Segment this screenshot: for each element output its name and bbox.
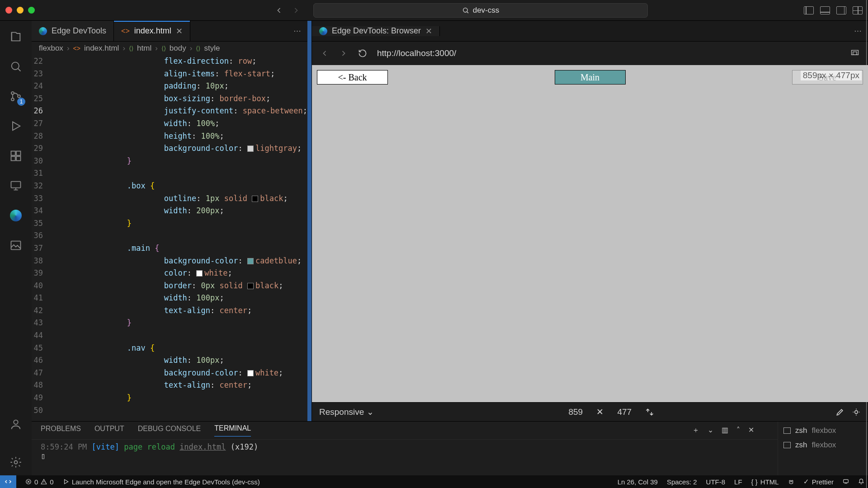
terminal-count: (x192) <box>231 442 258 451</box>
terminal-output[interactable]: 8:59:24 PM [vite] page reload index.html… <box>32 440 778 475</box>
tab-label: index.html <box>134 26 171 36</box>
language-mode[interactable]: { }HTML <box>751 478 779 486</box>
edge-devtools-icon[interactable] <box>9 209 23 222</box>
close-tab-icon[interactable]: ✕ <box>176 26 183 36</box>
rotate-icon[interactable] <box>645 408 654 417</box>
launch-task-status[interactable]: Launch Microsoft Edge and open the Edge … <box>63 478 260 486</box>
search-icon <box>462 7 469 14</box>
edit-media-icon[interactable] <box>835 408 844 417</box>
terminal-instance[interactable]: zsh flexbox <box>778 425 868 436</box>
svg-rect-5 <box>11 151 15 155</box>
accounts-icon[interactable] <box>9 418 23 431</box>
toggle-primary-sidebar-icon[interactable] <box>804 6 814 14</box>
svg-rect-10 <box>11 241 21 250</box>
remote-explorer-icon[interactable] <box>9 179 23 192</box>
extensions-icon[interactable] <box>9 149 23 163</box>
terminal-instance[interactable]: zsh flexbox <box>778 440 868 450</box>
screencast-icon[interactable] <box>850 49 860 58</box>
svg-rect-19 <box>844 479 849 483</box>
panel-tab-output[interactable]: OUTPUT <box>94 425 124 436</box>
editor-group-splitter[interactable]: ⇔ <box>307 21 311 421</box>
eol-status[interactable]: LF <box>734 478 742 486</box>
close-tab-icon[interactable]: ✕ <box>425 26 432 36</box>
breadcrumb-item[interactable]: index.html <box>84 44 119 53</box>
command-center[interactable]: dev-css <box>313 3 648 18</box>
indentation-status[interactable]: Spaces: 2 <box>667 478 697 486</box>
breadcrumb-separator: › <box>190 44 193 53</box>
customize-layout-icon[interactable] <box>853 6 863 14</box>
edge-icon <box>39 27 47 35</box>
tab-label: Edge DevTools <box>52 26 106 36</box>
history-nav <box>274 6 301 15</box>
split-terminal-icon[interactable]: ▥ <box>722 426 728 435</box>
more-actions-icon[interactable]: ⋯ <box>293 26 301 36</box>
panel-tab-terminal[interactable]: TERMINAL <box>214 424 251 436</box>
minimize-window-button[interactable] <box>17 7 24 14</box>
browser-preview[interactable]: 859px × 477px <- Back Main Save <box>312 65 868 402</box>
device-mode-dropdown[interactable]: Responsive ⌄ <box>319 407 374 417</box>
browser-reload-icon[interactable] <box>358 49 367 58</box>
terminal-dropdown-icon[interactable]: ⌄ <box>708 426 713 435</box>
close-window-button[interactable] <box>5 7 12 14</box>
editor-group-right: Edge DevTools: Browser ✕ ⋯ <box>311 21 868 421</box>
settings-gear-icon[interactable] <box>9 455 23 469</box>
element-icon: ⟨⟩ <box>196 45 200 52</box>
tab-edge-browser[interactable]: Edge DevTools: Browser ✕ <box>312 26 440 36</box>
breadcrumb-item[interactable]: flexbox <box>39 44 63 53</box>
panel-tab-problems[interactable]: PROBLEMS <box>41 425 81 436</box>
svg-rect-6 <box>16 151 20 155</box>
new-terminal-icon[interactable]: ＋ <box>692 426 699 435</box>
remote-indicator[interactable] <box>0 475 16 488</box>
breadcrumb-item[interactable]: style <box>204 44 220 53</box>
close-panel-icon[interactable]: ✕ <box>748 426 754 435</box>
terminal-file: index.html <box>179 442 226 451</box>
browser-url[interactable]: http://localhost:3000/ <box>377 48 456 58</box>
viewport-height-input[interactable] <box>611 407 638 418</box>
encoding-status[interactable]: UTF-8 <box>706 478 726 486</box>
svg-point-1 <box>12 62 19 70</box>
nav-forward-icon[interactable] <box>292 6 301 15</box>
tab-edge-devtools[interactable]: Edge DevTools <box>32 21 114 41</box>
browser-forward-icon[interactable] <box>339 49 348 58</box>
image-icon[interactable] <box>9 239 23 252</box>
breadcrumb-item[interactable]: body <box>170 44 186 53</box>
more-actions-icon[interactable]: ⋯ <box>854 26 862 36</box>
code-editor[interactable]: 2223242526272829303132333435363738394041… <box>32 55 307 421</box>
title-bar: dev-css <box>0 0 868 21</box>
prettier-status[interactable]: ✓Prettier <box>803 478 834 486</box>
code-area[interactable]: flex-direction: row; align-items: flex-s… <box>53 55 307 421</box>
browser-back-icon[interactable] <box>320 49 329 58</box>
toggle-secondary-sidebar-icon[interactable] <box>836 6 846 14</box>
nav-back-icon[interactable] <box>274 6 283 15</box>
maximize-window-button[interactable] <box>28 7 35 14</box>
explorer-icon[interactable] <box>9 30 23 43</box>
emulate-css-icon[interactable] <box>852 408 861 417</box>
tab-index-html[interactable]: <>index.html✕ <box>114 21 190 41</box>
chevron-down-icon: ⌄ <box>367 407 374 417</box>
toggle-panel-icon[interactable] <box>820 6 830 14</box>
html-file-icon: <> <box>121 27 130 35</box>
preview-box-back[interactable]: <- Back <box>317 70 387 84</box>
feedback-icon[interactable] <box>843 479 849 485</box>
panel-tab-debug-console[interactable]: DEBUG CONSOLE <box>138 425 201 436</box>
search-icon[interactable] <box>9 60 23 73</box>
problems-status[interactable]: 0 0 <box>25 478 54 486</box>
preview-box-main[interactable]: Main <box>555 70 625 84</box>
breadcrumb-separator: › <box>123 44 125 53</box>
source-control-icon[interactable]: 1 <box>9 89 23 103</box>
svg-point-15 <box>855 410 858 413</box>
cursor-position[interactable]: Ln 26, Col 39 <box>618 478 658 486</box>
editor-tabs-left: Edge DevTools<>index.html✕ ⋯ <box>32 21 307 42</box>
preview-flex-container: <- Back Main Save <box>317 70 863 84</box>
run-debug-icon[interactable] <box>9 119 23 133</box>
copilot-status[interactable] <box>788 479 794 485</box>
viewport-width-input[interactable] <box>562 407 589 418</box>
html-file-icon: <> <box>73 45 80 52</box>
breadcrumb[interactable]: flexbox›<>index.html›⟨⟩html›⟨⟩body›⟨⟩sty… <box>32 42 307 55</box>
preview-box-save[interactable]: Save <box>793 70 863 84</box>
notifications-icon[interactable] <box>858 479 864 485</box>
split-editor-icon[interactable] <box>277 28 286 35</box>
maximize-panel-icon[interactable]: ˄ <box>736 426 740 435</box>
breadcrumb-item[interactable]: html <box>137 44 151 53</box>
breadcrumb-separator: › <box>155 44 158 53</box>
